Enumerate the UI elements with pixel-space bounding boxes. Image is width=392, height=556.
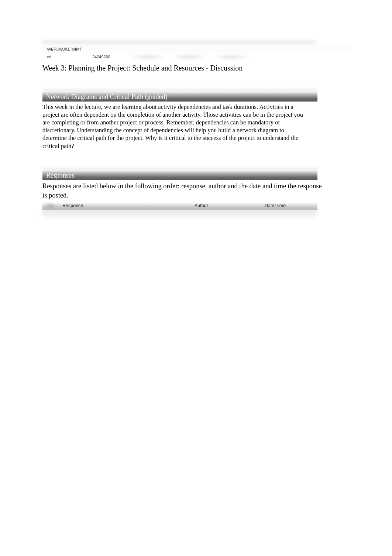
blurred-region [42,167,317,170]
code-fragment: /wEPDwUKLTc4MT [42,45,350,53]
responses-header: Responses [42,170,317,180]
blurred-region [42,39,316,45]
blurred-field [170,54,209,59]
page-title: Week 3: Planning the Project: Schedule a… [42,64,350,72]
discussion-topic-header: Network Diagrams and Critical Path (grad… [42,92,317,102]
responses-table-header: Response Author Date/Time [42,202,317,210]
code-value-b: 24249200 [92,55,125,59]
blurred-field [212,54,251,59]
code-value-a: ed [47,55,89,59]
blurred-field [128,54,167,59]
blurred-region [42,88,317,92]
discussion-prompt-text: This week in the lecture, we are learnin… [42,103,305,150]
column-header-datetime: Date/Time [265,203,317,209]
blurred-region [42,210,317,219]
responses-description: Responses are listed below in the follow… [42,182,323,200]
thread-icon [45,203,56,209]
code-row: ed 24249200 [42,53,350,61]
column-header-author: Author [195,203,265,209]
expand-column-header [42,203,62,209]
metadata-block: /wEPDwUKLTc4MT ed 24249200 [42,39,350,61]
document-page: /wEPDwUKLTc4MT ed 24249200 Week 3: Plann… [0,0,392,219]
column-header-response: Response [62,203,195,209]
